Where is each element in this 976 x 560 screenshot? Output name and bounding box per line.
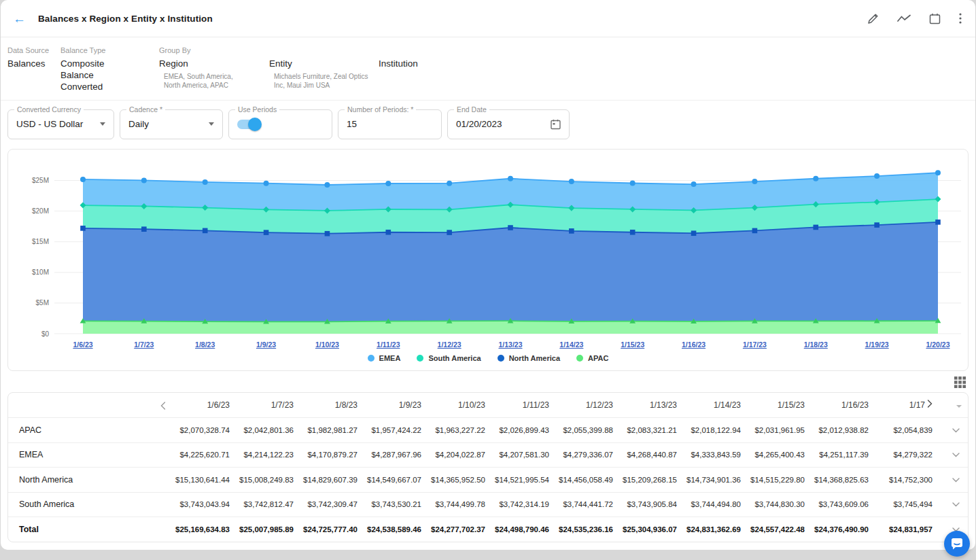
converted-currency-label: Converted Currency [14, 105, 84, 113]
table-cell: $4,214,122.23 [239, 442, 302, 468]
column-header[interactable]: 1/14/23 [686, 393, 750, 418]
column-header[interactable]: 1/11/23 [494, 393, 558, 418]
dashboard-card: ← Balances x Region x Entity x Instituti… [1, 0, 975, 550]
legend-item[interactable]: EMEA [368, 354, 401, 362]
table-cell: $3,742,314.19 [494, 492, 558, 517]
table-cell: $1,982,981.27 [302, 418, 366, 443]
end-date-input[interactable]: End Date 01/20/2023 [447, 109, 570, 139]
x-axis-date-link[interactable]: 1/19/23 [865, 340, 889, 349]
column-header[interactable]: 1/13/23 [622, 393, 686, 418]
table-cell: $24,277,702.37 [430, 517, 494, 542]
row-expand-chevron[interactable] [952, 478, 960, 483]
converted-currency-select[interactable]: Converted Currency USD - US Dollar [7, 109, 114, 139]
y-axis-label: $10M [32, 268, 49, 276]
table-cell: $14,456,058.49 [558, 468, 622, 493]
cadence-label: Cadence * [126, 105, 165, 113]
balance-type-label: Balance Type [60, 46, 159, 54]
converted-currency-value: USD - US Dollar [16, 119, 83, 129]
table-cell: $14,521,995.54 [494, 468, 558, 493]
legend-dot-icon [417, 355, 423, 362]
use-periods-toggle[interactable] [237, 120, 260, 129]
table-cell: $25,304,936.07 [622, 517, 686, 542]
x-axis-date-link[interactable]: 1/20/23 [926, 340, 949, 349]
table-grid-icon[interactable] [954, 376, 966, 389]
legend-dot-icon [368, 355, 374, 362]
x-axis-date-link[interactable]: 1/7/23 [134, 340, 154, 349]
column-header[interactable]: 1/9/23 [366, 393, 430, 418]
calendar-icon[interactable] [929, 13, 941, 24]
more-icon[interactable] [959, 13, 962, 24]
x-axis-date-link[interactable]: 1/13/23 [498, 340, 522, 349]
legend-item[interactable]: South America [417, 354, 481, 362]
table-cell: $2,012,938.82 [814, 418, 877, 443]
column-header[interactable]: 1/7/23 [239, 393, 302, 418]
row-expand-chevron[interactable] [952, 502, 960, 507]
number-of-periods-input[interactable]: Number of Periods: * 15 [338, 109, 442, 139]
cadence-value: Daily [128, 119, 149, 129]
x-axis-date-link[interactable]: 1/15/23 [621, 340, 644, 349]
column-header[interactable]: 1/8/23 [302, 393, 366, 418]
page-title: Balances x Region x Entity x Institution [38, 14, 213, 24]
table-cell: $24,831,957 [877, 517, 941, 542]
table-cell: $3,745,494 [877, 492, 941, 517]
x-axis-date-link[interactable]: 1/16/23 [682, 340, 705, 349]
table-cell: $14,829,607.39 [302, 468, 366, 493]
data-source-value: Balances [7, 58, 60, 70]
table-cell: $4,265,400.43 [750, 442, 814, 468]
prev-columns-chevron[interactable] [160, 402, 166, 410]
row-expand-chevron[interactable] [952, 453, 960, 457]
x-axis-date-link[interactable]: 1/9/23 [256, 340, 276, 349]
table-cell: $4,207,581.30 [494, 442, 558, 468]
datepicker-calendar-icon[interactable] [551, 119, 561, 130]
table-cell: $3,744,830.30 [750, 492, 814, 517]
x-axis-date-link[interactable]: 1/14/23 [559, 340, 583, 349]
balance-chart-card: $0$5M$10M$15M$20M$25M1/6/231/7/231/8/231… [7, 149, 969, 371]
column-header[interactable]: 1/12/23 [558, 393, 622, 418]
x-axis-date-link[interactable]: 1/12/23 [438, 340, 461, 349]
table-cell: $2,070,328.74 [175, 418, 239, 443]
table-cell: $3,743,043.94 [175, 492, 239, 517]
row-label: APAC [8, 418, 175, 443]
table-cell: $24,538,589.46 [366, 517, 430, 542]
y-axis-label: $25M [32, 177, 49, 184]
x-axis-date-link[interactable]: 1/8/23 [195, 340, 215, 349]
trend-icon[interactable] [897, 14, 911, 23]
group-by-entity-selection: Michaels Furniture, Zeal Optics Inc, Mau… [269, 72, 371, 90]
column-header[interactable]: 1/15/23 [750, 393, 814, 418]
back-arrow-icon[interactable]: ← [13, 12, 26, 25]
table-cell: $3,744,494.80 [686, 492, 750, 517]
row-expand-chevron[interactable] [952, 428, 960, 433]
chat-bubble-icon[interactable] [944, 531, 970, 557]
legend-item[interactable]: North America [498, 354, 560, 362]
edit-icon[interactable] [867, 13, 879, 24]
table-header-row: 1/6/231/7/231/8/231/9/231/10/231/11/231/… [8, 393, 969, 418]
table-row: South America$3,743,043.94$3,742,812.47$… [8, 492, 969, 517]
row-label: North America [8, 468, 175, 493]
legend-dot-icon [498, 355, 504, 362]
table-row: North America$15,130,641.44$15,008,249.8… [8, 468, 969, 493]
x-axis-date-link[interactable]: 1/11/23 [377, 340, 400, 349]
column-header[interactable]: 1/16/23 [814, 393, 877, 418]
page-header: ← Balances x Region x Entity x Instituti… [1, 0, 975, 37]
legend-item[interactable]: APAC [576, 354, 608, 362]
x-axis-date-link[interactable]: 1/17/23 [743, 340, 767, 349]
filters-summary: Data Source Balances Balance Type Compos… [1, 37, 975, 101]
x-axis-date-link[interactable]: 1/18/23 [804, 340, 828, 349]
table-cell: $24,831,362.69 [686, 517, 750, 542]
column-menu-caret-icon[interactable] [956, 405, 962, 408]
x-axis-date-link[interactable]: 1/10/23 [315, 340, 339, 349]
column-header[interactable]: 1/17 [877, 393, 941, 418]
column-header[interactable]: 1/6/23 [175, 393, 239, 418]
table-cell: $1,963,227.22 [430, 418, 494, 443]
table-row: APAC$2,070,328.74$2,042,801.36$1,982,981… [8, 418, 969, 443]
row-label: Total [8, 517, 175, 542]
next-columns-chevron[interactable] [927, 400, 933, 408]
chevron-down-icon[interactable] [209, 122, 214, 126]
use-periods-label: Use Periods [235, 105, 279, 113]
balance-table-card: 1/6/231/7/231/8/231/9/231/10/231/11/231/… [7, 392, 969, 543]
x-axis-date-link[interactable]: 1/6/23 [73, 340, 92, 349]
cadence-select[interactable]: Cadence * Daily [120, 109, 223, 139]
column-header[interactable]: 1/10/23 [430, 393, 494, 418]
chevron-down-icon[interactable] [100, 122, 105, 126]
table-cell: $3,744,499.78 [430, 492, 494, 517]
